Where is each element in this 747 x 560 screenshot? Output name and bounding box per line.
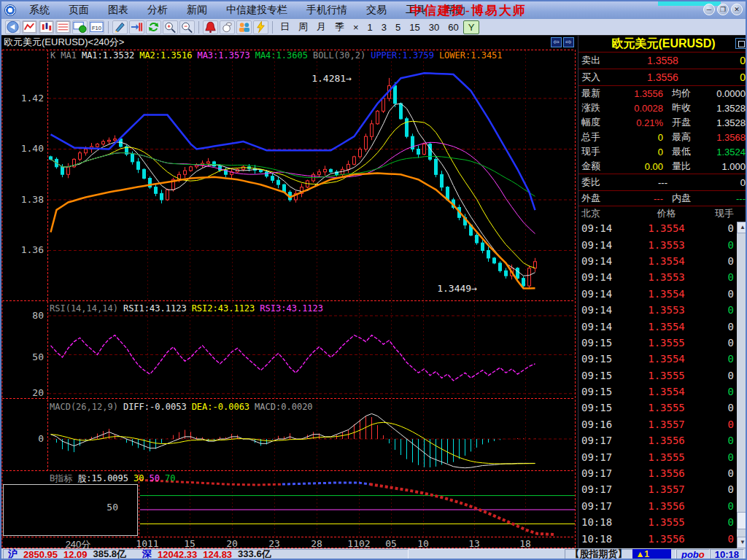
ruler-icon[interactable]	[129, 20, 144, 34]
statusbar: 沪 2850.95 12.09 385.8亿 深 12042.33 124.83…	[1, 548, 746, 560]
quote-list-icon[interactable]	[55, 20, 71, 34]
tick-list: 09:141.3554009:141.3553009:141.3554009:1…	[578, 220, 747, 547]
period-button-1[interactable]: 1	[363, 21, 377, 34]
restore-button[interactable]: ❐	[717, 4, 729, 15]
period-button-3[interactable]: 3	[377, 21, 391, 34]
alarm-icon[interactable]	[203, 20, 218, 34]
minimize-button[interactable]: ─	[703, 4, 715, 15]
toolbar-separator	[198, 21, 199, 34]
chart-canvas[interactable]	[1, 36, 576, 548]
tick-row: 09:141.35540	[578, 253, 747, 269]
x-axis-tick: 15	[174, 538, 206, 549]
toolbar-separator	[108, 21, 109, 34]
price-axis-tick: 1.38	[1, 194, 44, 205]
scroll-down-arrow-icon[interactable]: ▼	[737, 537, 747, 548]
period-button-5[interactable]: 5	[391, 21, 405, 34]
tick-row: 09:171.35560	[578, 498, 747, 514]
svg-text:F10: F10	[92, 25, 101, 31]
tick-row: 09:151.35540	[578, 351, 747, 367]
x-axis-tick: 13	[458, 538, 490, 549]
quote-row-buy: 买入 1.3556 0	[578, 69, 747, 85]
zoom-in-icon[interactable]	[163, 20, 178, 34]
close-button[interactable]: ✕	[731, 4, 743, 15]
candlestick-icon[interactable]	[39, 20, 54, 34]
menu-新闻[interactable]: 新闻	[178, 2, 216, 18]
tick-row: 09:151.35550	[578, 335, 747, 351]
tick-row: 09:141.35530	[578, 302, 747, 318]
macd-legend: MACD(26,12,9)DIFF:-0.0053DEA:-0.0063MACD…	[50, 402, 318, 412]
window-title: 中信建投-博易大师	[410, 2, 527, 19]
tick-row: 10:181.35550	[578, 514, 747, 530]
quote-row-涨跌: 涨跌0.0028昨收1.3528	[578, 101, 747, 115]
menu-手机行情[interactable]: 手机行情	[298, 2, 356, 18]
lightning-icon[interactable]	[253, 20, 268, 34]
x-axis-tick: 05	[375, 538, 407, 549]
back-icon[interactable]	[5, 20, 20, 34]
quote-title: 欧元美元(EURUSD)	[578, 36, 747, 52]
x-axis-tick: 28	[301, 538, 333, 549]
scroll-thumb[interactable]	[737, 512, 747, 529]
tick-row: 09:161.35570	[578, 416, 747, 432]
rsi-axis-tick: 20	[1, 387, 44, 398]
rsi-axis-tick: 50	[1, 351, 44, 362]
quote-row-金额: 金额0.00量比1.000	[578, 159, 747, 174]
scroll-up-arrow-icon[interactable]: ▲	[737, 222, 747, 233]
panel-layout-icon[interactable]	[735, 38, 746, 49]
period-button-Y[interactable]: Y	[463, 20, 480, 34]
tick-row: 09:151.35550	[578, 400, 747, 416]
users-icon[interactable]	[236, 20, 252, 34]
tick-row: 09:151.35550	[578, 368, 747, 384]
period-button-30[interactable]: 30	[425, 21, 444, 34]
x-axis-tick: 10	[407, 538, 439, 549]
b-axis-tick: 50	[89, 502, 118, 513]
menubar: 系统页面图表分析新闻中信建投专栏手机行情交易工具帮助	[20, 2, 474, 18]
edit-icon[interactable]	[112, 20, 128, 34]
quote-row-pan: 外盘 --- 内盘 ---	[578, 191, 747, 206]
tick-row: 10:181.35560	[578, 530, 747, 546]
tick-scrollbar: ▲ ▼	[737, 222, 747, 548]
futures-ticker[interactable]: 【股指期货】 ▲1	[565, 549, 676, 560]
buy-price: 1.3556	[614, 71, 712, 83]
period-button-×[interactable]: ×	[349, 21, 363, 34]
menu-图表[interactable]: 图表	[99, 2, 137, 18]
tick-row: 09:141.35540	[578, 318, 747, 334]
menu-交易[interactable]: 交易	[357, 2, 395, 18]
chart-globe-icon[interactable]	[72, 20, 88, 34]
quote-row-sell: 卖出 1.3558 0	[578, 52, 747, 69]
tick-row: 09:171.35560	[578, 465, 747, 481]
period-button-周[interactable]: 周	[294, 20, 312, 34]
price-axis-tick: 1.40	[1, 143, 44, 154]
quote-row-幅度: 幅度0.21%开盘1.3528	[578, 115, 747, 130]
refresh-icon[interactable]	[146, 20, 161, 34]
period-button-日[interactable]: 日	[276, 20, 294, 34]
app-window: 系统页面图表分析新闻中信建投专栏手机行情交易工具帮助 中信建投-博易大师 ─ ❐…	[0, 0, 747, 560]
quote-row-weibi: 委比 --- 0	[578, 174, 747, 190]
x-axis-tick: 1102	[343, 538, 375, 549]
b-legend: B指标股:15.0095305070	[50, 472, 180, 485]
period-button-月[interactable]: 月	[312, 20, 330, 34]
menu-系统[interactable]: 系统	[20, 2, 58, 18]
zoom-out-icon[interactable]	[179, 20, 195, 34]
titlebar: 系统页面图表分析新闻中信建投专栏手机行情交易工具帮助 中信建投-博易大师 ─ ❐…	[1, 1, 746, 19]
period-button-季[interactable]: 季	[330, 20, 349, 34]
quote-panel: 欧元美元(EURUSD) 卖出 1.3558 0 买入 1.3556 0 最新1…	[578, 36, 747, 548]
tick-row: 09:141.35540	[578, 286, 747, 302]
sell-price: 1.3558	[614, 55, 712, 66]
buy-volume: 0	[712, 71, 746, 83]
price-axis-tick: 1.36	[1, 244, 44, 255]
period-button-15[interactable]: 15	[405, 21, 424, 34]
tick-row: 09:171.35570	[578, 481, 747, 497]
hand-icon[interactable]	[220, 20, 235, 34]
toolbar-separator	[272, 21, 273, 34]
line-chart-icon[interactable]	[22, 20, 37, 34]
menu-页面[interactable]: 页面	[60, 2, 98, 18]
menu-分析[interactable]: 分析	[139, 2, 177, 18]
app-icon	[4, 4, 16, 16]
tick-row: 09:171.35560	[578, 432, 747, 448]
f10-icon[interactable]: F10	[89, 20, 104, 34]
tick-row: 09:141.35530	[578, 269, 747, 285]
price-tag: 1.3449→	[437, 283, 477, 294]
menu-中信建投专栏[interactable]: 中信建投专栏	[217, 2, 296, 18]
tick-row: 09:151.35540	[578, 384, 747, 400]
period-button-60[interactable]: 60	[444, 21, 462, 34]
